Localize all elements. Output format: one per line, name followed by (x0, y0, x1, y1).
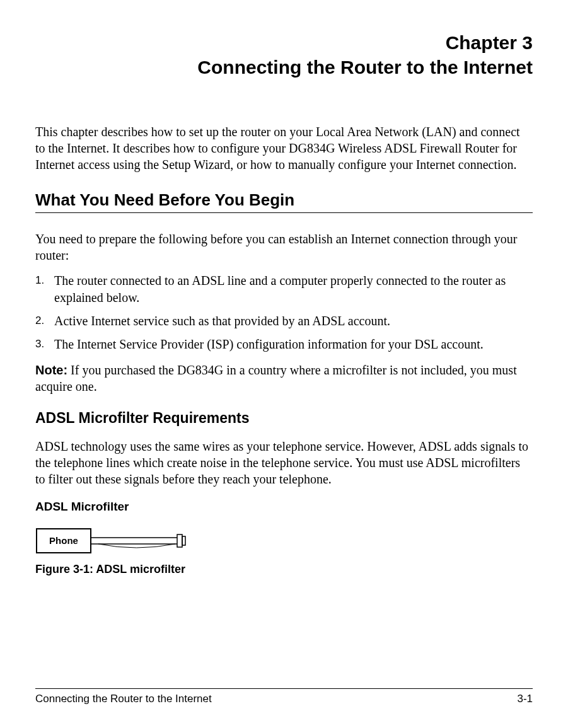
list-number: 2. (35, 313, 54, 330)
chapter-header: Chapter 3 Connecting the Router to the I… (35, 30, 533, 79)
section2-text: ADSL technology uses the same wires as y… (35, 438, 533, 487)
section-heading-microfilter-req: ADSL Microfilter Requirements (35, 410, 533, 427)
microfilter-icon: Phone (35, 525, 193, 557)
footer-page-number: 3-1 (517, 693, 533, 705)
chapter-number: Chapter 3 (35, 30, 533, 55)
ordered-list: 1. The router connected to an ADSL line … (35, 272, 533, 353)
note-text: If you purchased the DG834G in a country… (35, 363, 517, 393)
note-paragraph: Note: If you purchased the DG834G in a c… (35, 362, 533, 395)
svg-rect-3 (177, 534, 182, 547)
list-text: The router connected to an ADSL line and… (54, 272, 533, 306)
chapter-title: Connecting the Router to the Internet (35, 55, 533, 79)
svg-rect-4 (182, 536, 185, 545)
section1-lead: You need to prepare the following before… (35, 231, 533, 263)
list-number: 1. (35, 272, 54, 306)
figure-caption: Figure 3-1: ADSL microfilter (35, 563, 533, 576)
list-item: 3. The Internet Service Provider (ISP) c… (35, 336, 533, 353)
footer-title: Connecting the Router to the Internet (35, 693, 212, 705)
list-item: 1. The router connected to an ADSL line … (35, 272, 533, 306)
figure-microfilter: Phone Figure 3-1: ADSL microfilter (35, 525, 533, 576)
figure-phone-label: Phone (49, 535, 78, 546)
list-item: 2. Active Internet service such as that … (35, 313, 533, 330)
chapter-intro: This chapter describes how to set up the… (35, 124, 533, 173)
list-text: The Internet Service Provider (ISP) conf… (54, 336, 533, 353)
section-heading-begin: What You Need Before You Begin (35, 190, 533, 213)
note-label: Note: (35, 363, 67, 377)
list-number: 3. (35, 336, 54, 353)
section-heading-microfilter: ADSL Microfilter (35, 500, 533, 514)
page-footer: Connecting the Router to the Internet 3-… (35, 688, 533, 705)
list-text: Active Internet service such as that pro… (54, 313, 533, 330)
